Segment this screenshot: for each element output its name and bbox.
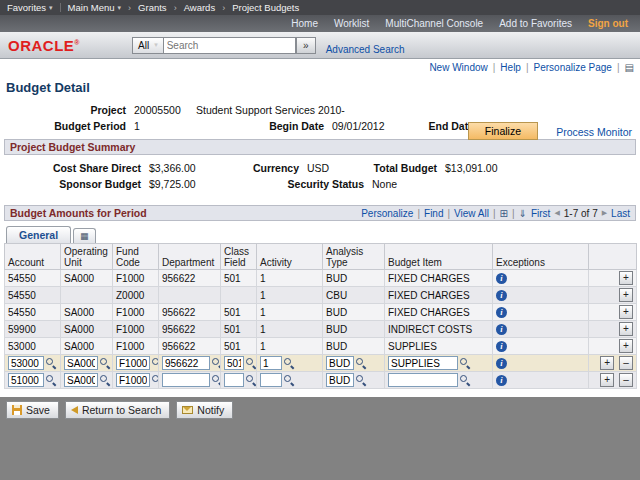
return-to-search-button[interactable]: Return to Search (65, 401, 170, 419)
find-link[interactable]: Find (424, 208, 443, 219)
budget-item-input[interactable] (388, 373, 458, 387)
search-go-button[interactable]: » (296, 37, 316, 54)
cell-budget-item: FIXED CHARGES (385, 304, 493, 321)
info-icon[interactable]: i (496, 324, 507, 335)
lookup-icon[interactable] (356, 375, 366, 385)
breadcrumb-project-budgets[interactable]: Project Budgets (232, 2, 299, 13)
first-link[interactable]: First (531, 208, 550, 219)
lookup-icon[interactable] (152, 358, 159, 368)
breadcrumb-grants[interactable]: Grants (138, 2, 167, 13)
fund-code-input[interactable] (116, 373, 150, 387)
tab-general[interactable]: General (6, 226, 71, 243)
lookup-icon[interactable] (246, 358, 256, 368)
fund-code-input[interactable] (116, 356, 150, 370)
info-icon[interactable]: i (496, 273, 507, 284)
advanced-search-link[interactable]: Advanced Search (326, 44, 405, 55)
view-all-link[interactable]: View All (454, 208, 489, 219)
lookup-icon[interactable] (212, 375, 221, 385)
budget-period-label: Budget Period (4, 120, 134, 132)
lookup-icon[interactable] (46, 358, 56, 368)
last-link[interactable]: Last (611, 208, 630, 219)
main-menu[interactable]: Main Menu ▾ (68, 2, 122, 13)
info-icon[interactable]: i (496, 358, 507, 369)
divider: | (417, 208, 420, 219)
class-field-input[interactable] (224, 356, 244, 370)
favorites-menu[interactable]: Favorites ▾ (7, 2, 53, 13)
summary-section-header: Project Budget Summary (4, 139, 636, 155)
cell-account: 54550 (5, 287, 61, 304)
analysis-type-input[interactable] (326, 373, 354, 387)
finalize-button[interactable]: Finalize (468, 122, 538, 140)
info-icon[interactable]: i (496, 341, 507, 352)
operating-unit-input[interactable] (64, 373, 98, 387)
info-icon[interactable]: i (496, 307, 507, 318)
lookup-icon[interactable] (152, 375, 159, 385)
col-activity: Activity (257, 244, 323, 270)
operating-unit-input[interactable] (64, 356, 98, 370)
notify-button[interactable]: Notify (176, 401, 233, 419)
grid-section-header: Budget Amounts for Period Personalize | … (4, 205, 636, 221)
add-row-button[interactable]: + (600, 356, 614, 370)
lookup-icon[interactable] (284, 375, 294, 385)
activity-input[interactable] (260, 356, 282, 370)
lookup-icon[interactable] (100, 375, 110, 385)
search-scope-select[interactable]: All ▾ (132, 37, 164, 54)
add-row-button[interactable]: + (619, 305, 633, 319)
add-row-button[interactable]: + (619, 271, 633, 285)
personalize-link[interactable]: Personalize (361, 208, 413, 219)
sponsor-budget-label: Sponsor Budget (4, 178, 149, 190)
next-page-icon[interactable]: ▶ (602, 209, 607, 217)
cell-department: 956622 (159, 321, 221, 338)
multichannel-console-link[interactable]: MultiChannel Console (385, 18, 483, 29)
return-to-search-label: Return to Search (82, 404, 161, 416)
lookup-icon[interactable] (100, 358, 110, 368)
save-label: Save (26, 404, 50, 416)
col-department: Department (159, 244, 221, 270)
add-row-button[interactable]: + (619, 339, 633, 353)
currency-label: Currency (249, 162, 307, 174)
chevron-down-icon: ▾ (49, 4, 53, 12)
personalize-page-link[interactable]: Personalize Page (534, 62, 612, 73)
lookup-icon[interactable] (460, 375, 470, 385)
delete-row-button[interactable]: – (619, 373, 633, 387)
sign-out-link[interactable]: Sign out (588, 18, 628, 29)
budget-item-input[interactable] (388, 356, 458, 370)
process-monitor-link[interactable]: Process Monitor (556, 126, 632, 138)
search-box: All ▾ » Advanced Search (132, 36, 405, 55)
previous-page-icon[interactable]: ◀ (554, 209, 559, 217)
info-icon[interactable]: i (496, 290, 507, 301)
add-row-button[interactable]: + (619, 322, 633, 336)
account-input[interactable] (8, 356, 44, 370)
download-icon[interactable]: ⇓ (519, 208, 527, 219)
help-link[interactable]: Help (500, 62, 521, 73)
show-all-columns-tab[interactable]: ▦ (73, 228, 96, 243)
save-button[interactable]: Save (6, 401, 59, 419)
delete-row-button[interactable]: – (619, 356, 633, 370)
lookup-icon[interactable] (356, 358, 366, 368)
worklist-link[interactable]: Worklist (334, 18, 369, 29)
lookup-icon[interactable] (284, 358, 294, 368)
divider: | (447, 208, 450, 219)
breadcrumb-awards[interactable]: Awards (184, 2, 216, 13)
lookup-icon[interactable] (460, 358, 470, 368)
analysis-type-input[interactable] (326, 356, 354, 370)
zoom-grid-icon[interactable]: ⊞ (500, 208, 508, 219)
add-row-button[interactable]: + (619, 288, 633, 302)
lookup-icon[interactable] (46, 375, 56, 385)
add-row-button[interactable]: + (600, 373, 614, 387)
new-window-link[interactable]: New Window (429, 62, 487, 73)
department-input[interactable] (162, 356, 210, 370)
home-link[interactable]: Home (291, 18, 318, 29)
lookup-icon[interactable] (212, 358, 221, 368)
class-field-input[interactable] (224, 373, 244, 387)
activity-input[interactable] (260, 373, 282, 387)
divider (60, 3, 61, 12)
department-input[interactable] (162, 373, 210, 387)
cell-department (159, 287, 221, 304)
add-to-favorites-link[interactable]: Add to Favorites (499, 18, 572, 29)
copy-url-icon[interactable]: ▤ (625, 62, 634, 73)
account-input[interactable] (8, 373, 44, 387)
info-icon[interactable]: i (496, 375, 507, 386)
lookup-icon[interactable] (246, 375, 256, 385)
search-input[interactable] (164, 37, 296, 54)
